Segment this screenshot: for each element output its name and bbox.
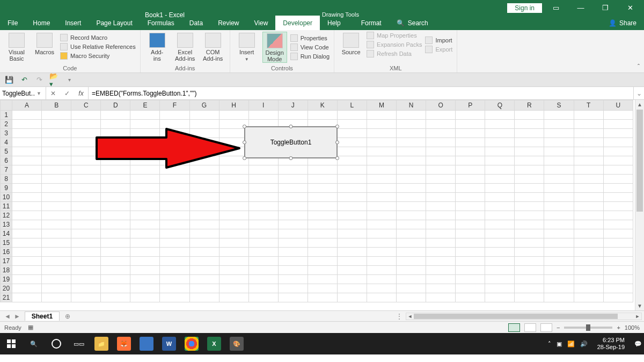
row-header-2[interactable]: 2 (1, 120, 12, 129)
column-header-T[interactable]: T (574, 100, 603, 111)
cell-N9[interactable] (397, 184, 426, 193)
cell-L7[interactable] (337, 165, 367, 175)
cell-U7[interactable] (603, 165, 633, 175)
cell-C1[interactable] (71, 111, 101, 120)
column-header-I[interactable]: I (248, 100, 278, 111)
cell-Q19[interactable] (485, 275, 515, 284)
cell-S8[interactable] (544, 175, 574, 184)
row-header-20[interactable]: 20 (1, 284, 12, 293)
volume-icon[interactable]: 🔊 (580, 341, 588, 347)
taskbar-app-firefox[interactable]: 🦊 (113, 333, 135, 354)
cell-L2[interactable] (337, 120, 367, 129)
cell-L13[interactable] (337, 220, 367, 229)
cell-J21[interactable] (278, 293, 308, 302)
cell-K17[interactable] (308, 257, 337, 266)
resize-handle-e[interactable] (335, 141, 339, 144)
cell-K8[interactable] (308, 175, 337, 184)
column-header-H[interactable]: H (219, 100, 248, 111)
cell-M21[interactable] (367, 293, 396, 302)
row-header-15[interactable]: 15 (1, 238, 12, 248)
cell-C18[interactable] (71, 266, 101, 275)
cell-J12[interactable] (278, 211, 308, 220)
tab-data[interactable]: Data (182, 16, 210, 30)
cell-K13[interactable] (308, 220, 337, 229)
cell-A15[interactable] (12, 238, 42, 248)
cell-U19[interactable] (603, 275, 633, 284)
cell-T12[interactable] (574, 211, 603, 220)
column-header-O[interactable]: O (426, 100, 456, 111)
cell-R12[interactable] (515, 211, 544, 220)
cell-A5[interactable] (12, 147, 42, 156)
cell-N5[interactable] (397, 147, 426, 156)
page-break-view-button[interactable] (540, 323, 552, 332)
row-header-19[interactable]: 19 (1, 275, 12, 284)
cell-K20[interactable] (308, 284, 337, 293)
cell-H9[interactable] (219, 184, 248, 193)
cell-F8[interactable] (160, 175, 189, 184)
cell-M15[interactable] (367, 238, 396, 248)
cell-O9[interactable] (426, 184, 456, 193)
cell-F12[interactable] (160, 211, 189, 220)
cell-B1[interactable] (42, 111, 71, 120)
cell-N15[interactable] (397, 238, 426, 248)
column-header-A[interactable]: A (12, 100, 42, 111)
cell-S21[interactable] (544, 293, 574, 302)
cell-N8[interactable] (397, 175, 426, 184)
cell-F16[interactable] (160, 248, 189, 257)
column-header-K[interactable]: K (308, 100, 337, 111)
cell-U18[interactable] (603, 266, 633, 275)
cell-N7[interactable] (397, 165, 426, 175)
cell-N13[interactable] (397, 220, 426, 229)
cell-K15[interactable] (308, 238, 337, 248)
name-box-dropdown-icon[interactable]: ▼ (36, 91, 41, 96)
com-addins-button[interactable]: COM Add-ins (201, 32, 225, 62)
cell-P3[interactable] (456, 129, 485, 138)
cell-F15[interactable] (160, 238, 189, 248)
cell-A2[interactable] (12, 120, 42, 129)
cell-K19[interactable] (308, 275, 337, 284)
cell-Q3[interactable] (485, 129, 515, 138)
cell-B21[interactable] (42, 293, 71, 302)
cell-J17[interactable] (278, 257, 308, 266)
column-header-L[interactable]: L (337, 100, 367, 111)
cell-A16[interactable] (12, 248, 42, 257)
cell-M12[interactable] (367, 211, 396, 220)
scroll-up-icon[interactable]: ▲ (635, 100, 644, 109)
cell-Q6[interactable] (485, 156, 515, 165)
cell-R16[interactable] (515, 248, 544, 257)
cell-M4[interactable] (367, 138, 396, 147)
row-header-11[interactable]: 11 (1, 202, 12, 211)
cell-T4[interactable] (574, 138, 603, 147)
horizontal-scrollbar[interactable]: ◄ ► (406, 313, 642, 320)
cell-S10[interactable] (544, 193, 574, 202)
cell-U6[interactable] (603, 156, 633, 165)
cell-B4[interactable] (42, 138, 71, 147)
cell-P1[interactable] (456, 111, 485, 120)
cell-R1[interactable] (515, 111, 544, 120)
vertical-scrollbar[interactable]: ▲ ▼ (635, 100, 644, 310)
cell-T6[interactable] (574, 156, 603, 165)
cell-B10[interactable] (42, 193, 71, 202)
cell-T3[interactable] (574, 129, 603, 138)
cell-A19[interactable] (12, 275, 42, 284)
cell-F17[interactable] (160, 257, 189, 266)
cell-E11[interactable] (130, 202, 160, 211)
cell-D18[interactable] (101, 266, 130, 275)
cell-T5[interactable] (574, 147, 603, 156)
insert-function-button[interactable]: fx (74, 90, 88, 97)
cell-P9[interactable] (456, 184, 485, 193)
cell-O15[interactable] (426, 238, 456, 248)
cell-H12[interactable] (219, 211, 248, 220)
cell-P11[interactable] (456, 202, 485, 211)
cell-U16[interactable] (603, 248, 633, 257)
cell-G18[interactable] (189, 266, 219, 275)
worksheet-grid[interactable]: ABCDEFGHIJKLMNOPQRSTU1234567891011121314… (0, 100, 644, 310)
column-header-D[interactable]: D (101, 100, 130, 111)
cell-U21[interactable] (603, 293, 633, 302)
togglebutton-object[interactable]: ToggleButton1 (243, 125, 339, 160)
resize-handle-s[interactable] (289, 156, 293, 160)
cell-I16[interactable] (248, 248, 278, 257)
column-header-U[interactable]: U (603, 100, 633, 111)
cell-D10[interactable] (101, 193, 130, 202)
cell-O21[interactable] (426, 293, 456, 302)
